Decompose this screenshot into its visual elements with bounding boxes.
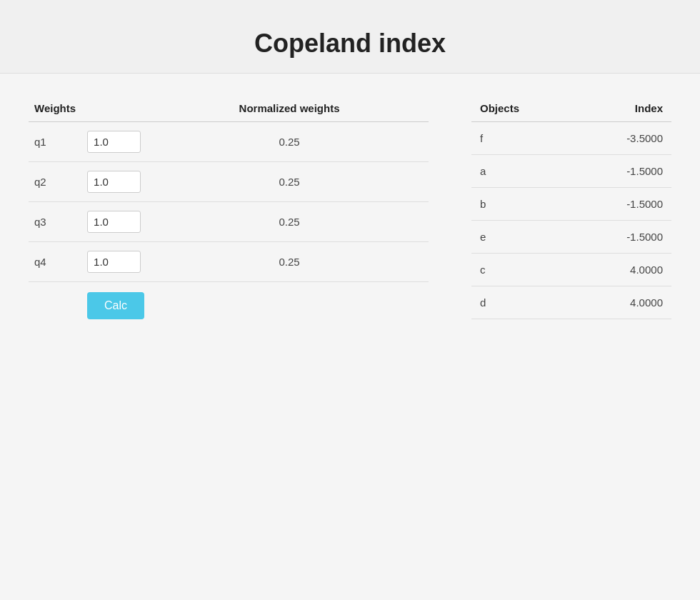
weights-col-header: Weights xyxy=(29,95,81,122)
objects-table: Objects Index f -3.5000 a -1.5000 b -1.5… xyxy=(471,95,671,319)
objects-row: b -1.5000 xyxy=(471,188,671,221)
weight-label: q4 xyxy=(29,242,81,282)
object-index: -3.5000 xyxy=(574,122,671,155)
object-label: a xyxy=(471,155,574,188)
weight-label: q3 xyxy=(29,202,81,242)
page-title: Copeland index xyxy=(0,0,700,73)
objects-row: d 4.0000 xyxy=(471,286,671,319)
objects-row: c 4.0000 xyxy=(471,254,671,286)
norm-value-q1: 0.25 xyxy=(150,122,429,162)
weight-input-cell xyxy=(81,122,150,162)
object-label: f xyxy=(471,122,574,155)
object-index: 4.0000 xyxy=(574,286,671,319)
weights-row: q3 0.25 xyxy=(29,202,429,242)
calc-row: Calc xyxy=(29,282,429,330)
normalized-col-header: Normalized weights xyxy=(150,95,429,122)
weights-row: q1 0.25 xyxy=(29,122,429,162)
objects-col-header: Objects xyxy=(471,95,574,122)
left-panel: Weights Normalized weights q1 0.25 q2 0.… xyxy=(29,95,429,329)
weight-input-q4[interactable] xyxy=(87,251,141,273)
weights-row: q2 0.25 xyxy=(29,162,429,202)
weight-input-cell xyxy=(81,202,150,242)
weight-input-cell xyxy=(81,242,150,282)
norm-value-q3: 0.25 xyxy=(150,202,429,242)
object-label: c xyxy=(471,254,574,286)
objects-row: f -3.5000 xyxy=(471,122,671,155)
object-index: 4.0000 xyxy=(574,254,671,286)
weight-label: q2 xyxy=(29,162,81,202)
index-col-header: Index xyxy=(574,95,671,122)
weight-label: q1 xyxy=(29,122,81,162)
weight-input-q2[interactable] xyxy=(87,171,141,193)
main-container: Weights Normalized weights q1 0.25 q2 0.… xyxy=(0,73,700,600)
right-panel: Objects Index f -3.5000 a -1.5000 b -1.5… xyxy=(471,95,671,319)
weight-input-cell xyxy=(81,162,150,202)
object-label: d xyxy=(471,286,574,319)
weight-input-q3[interactable] xyxy=(87,211,141,233)
object-label: b xyxy=(471,188,574,221)
objects-row: a -1.5000 xyxy=(471,155,671,188)
object-index: -1.5000 xyxy=(574,188,671,221)
object-label: e xyxy=(471,221,574,254)
calc-button[interactable]: Calc xyxy=(87,292,144,319)
weights-table: Weights Normalized weights q1 0.25 q2 0.… xyxy=(29,95,429,329)
weight-input-q1[interactable] xyxy=(87,131,141,153)
objects-row: e -1.5000 xyxy=(471,221,671,254)
weights-row: q4 0.25 xyxy=(29,242,429,282)
content-wrapper: Weights Normalized weights q1 0.25 q2 0.… xyxy=(29,95,671,579)
object-index: -1.5000 xyxy=(574,155,671,188)
norm-value-q4: 0.25 xyxy=(150,242,429,282)
object-index: -1.5000 xyxy=(574,221,671,254)
norm-value-q2: 0.25 xyxy=(150,162,429,202)
